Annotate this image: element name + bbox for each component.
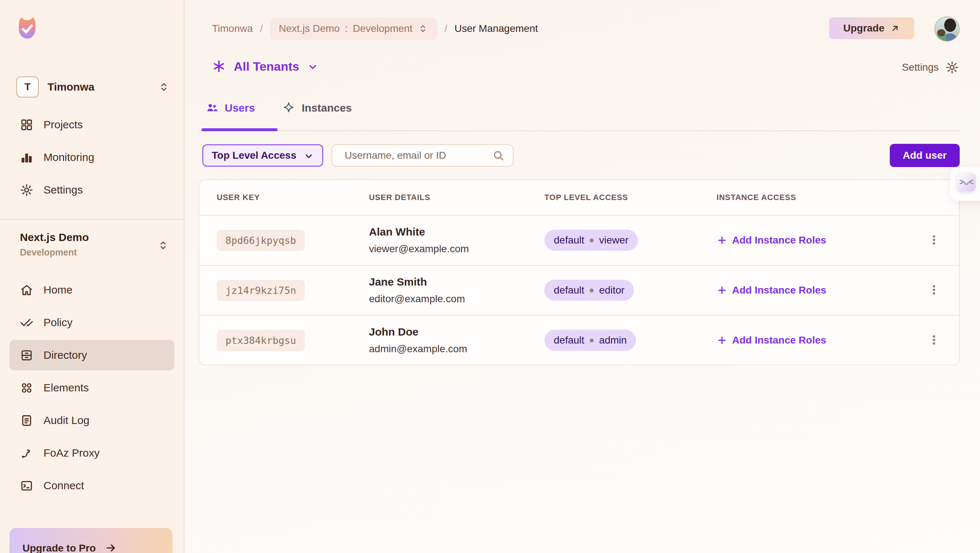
bar-chart-icon — [20, 151, 33, 164]
sidebar-item-foaz-proxy[interactable]: FoAz Proxy — [10, 438, 174, 468]
badge-tenant: default — [554, 234, 584, 246]
users-icon — [205, 102, 218, 114]
breadcrumb-page: User Management — [455, 23, 538, 35]
tab-instances[interactable]: Instances — [282, 102, 352, 114]
sidebar-item-elements[interactable]: Elements — [10, 372, 174, 403]
upgrade-to-pro-button[interactable]: Upgrade to Pro — [10, 528, 172, 553]
user-name: Jane Smith — [369, 276, 544, 288]
chevrons-updown-icon — [417, 23, 428, 34]
top-level-access-badge[interactable]: default admin — [544, 330, 636, 351]
breadcrumb-separator: / — [444, 23, 447, 35]
table-row: ptx384krbgsu John Doe admin@example.com … — [199, 315, 959, 365]
search-input[interactable] — [332, 144, 514, 167]
toolbar: Top Level Access Add user — [202, 143, 960, 167]
badge-role: viewer — [599, 234, 628, 246]
top-level-access-filter[interactable]: Top Level Access — [202, 144, 323, 167]
add-instance-roles-button[interactable]: Add Instance Roles — [716, 284, 826, 296]
badge-dot — [590, 238, 593, 242]
archive-icon — [20, 349, 33, 362]
top-level-access-badge[interactable]: default viewer — [544, 230, 638, 251]
sidebar-item-audit-log[interactable]: Audit Log — [10, 405, 174, 435]
sidebar-item-connect[interactable]: Connect — [10, 470, 174, 501]
tenant-selector-label: All Tenants — [234, 59, 299, 73]
row-actions-menu-button[interactable] — [923, 327, 945, 353]
badge-tenant: default — [554, 284, 584, 296]
column-header-user-key: USER KEY — [217, 193, 369, 202]
workspace-name: Timonwa — [48, 81, 94, 93]
add-instance-roles-button[interactable]: Add Instance Roles — [716, 234, 826, 246]
user-key-pill[interactable]: 8pd66jkpyqsb — [217, 230, 305, 251]
badge-tenant: default — [554, 334, 584, 346]
floating-widget-panel: >ᴗ< — [950, 167, 980, 201]
table-row: jz14r9kzi75n Jane Smith editor@example.c… — [199, 265, 959, 315]
search-field-wrap — [332, 144, 514, 167]
gear-icon — [20, 183, 33, 197]
upgrade-button[interactable]: Upgrade — [829, 17, 914, 39]
sidebar-item-monitoring[interactable]: Monitoring — [10, 142, 174, 173]
settings-label: Settings — [902, 62, 939, 73]
user-avatar[interactable] — [934, 16, 960, 42]
breadcrumb: Timonwa / Next.js Demo : Development / U… — [212, 17, 538, 40]
row-actions-menu-button[interactable] — [923, 227, 945, 253]
search-icon — [492, 149, 505, 162]
user-name: John Doe — [369, 326, 544, 338]
top-level-access-badge[interactable]: default editor — [544, 280, 634, 301]
sparkle-icon — [282, 102, 295, 114]
sidebar-item-policy[interactable]: Policy — [10, 307, 174, 338]
kebab-icon — [928, 283, 940, 296]
sidebar-project-nav: Home Policy Directory Elements Audit Log… — [0, 273, 184, 503]
column-header-user-details: USER DETAILS — [369, 193, 544, 202]
sidebar-item-directory[interactable]: Directory — [10, 340, 174, 370]
chevrons-updown-icon — [157, 239, 169, 251]
add-user-button[interactable]: Add user — [890, 144, 960, 167]
add-instance-roles-button[interactable]: Add Instance Roles — [716, 334, 826, 346]
plus-icon — [716, 235, 727, 246]
workspace-selector[interactable]: T Timonwa — [16, 75, 170, 99]
user-key: ptx384krbgsu — [226, 335, 296, 346]
settings-link[interactable]: Settings — [902, 59, 959, 75]
plus-icon — [716, 335, 727, 346]
user-key: jz14r9kzi75n — [226, 285, 296, 296]
column-header-top-level-access: TOP LEVEL ACCESS — [544, 193, 716, 202]
column-header-instance-access: INSTANCE ACCESS — [716, 193, 923, 202]
sidebar-item-settings[interactable]: Settings — [10, 175, 174, 205]
sidebar-item-home[interactable]: Home — [10, 275, 174, 305]
sidebar-item-projects[interactable]: Projects — [10, 110, 174, 140]
arrow-right-icon — [105, 542, 117, 553]
badge-dot — [590, 288, 593, 292]
gear-icon — [945, 60, 959, 74]
route-icon — [20, 447, 33, 460]
row-actions-menu-button[interactable] — [923, 277, 945, 304]
app-root: T Timonwa Projects Monitoring Settings N… — [0, 0, 980, 553]
asterisk-icon — [212, 59, 226, 73]
sidebar-top-nav: Projects Monitoring Settings — [0, 107, 184, 207]
project-selector[interactable]: Next.js Demo Development — [20, 231, 171, 257]
tab-users[interactable]: Users — [205, 102, 255, 114]
badge-role: editor — [599, 284, 624, 296]
upgrade-to-pro-label: Upgrade to Pro — [22, 542, 96, 553]
widget-face-button[interactable]: >ᴗ< — [957, 173, 976, 191]
user-email: viewer@example.com — [369, 243, 544, 255]
badge-dot — [590, 338, 593, 342]
circles-icon — [20, 381, 33, 395]
user-key-pill[interactable]: ptx384krbgsu — [217, 330, 305, 351]
kebab-icon — [928, 234, 940, 246]
breadcrumb-workspace[interactable]: Timonwa — [212, 23, 253, 35]
breadcrumb-colon: : — [345, 23, 348, 35]
user-key-pill[interactable]: jz14r9kzi75n — [217, 280, 305, 301]
arrow-up-right-icon — [890, 24, 900, 33]
table-header-row: USER KEYUSER DETAILSTOP LEVEL ACCESSINST… — [199, 180, 959, 215]
badge-role: admin — [599, 334, 627, 346]
tabs-divider — [199, 130, 960, 131]
tenant-selector[interactable]: All Tenants — [212, 57, 318, 75]
workspace-avatar: T — [16, 76, 39, 97]
sidebar-collapse-button[interactable] — [144, 19, 161, 36]
user-key: 8pd66jkpyqsb — [226, 235, 296, 246]
breadcrumb-project: Next.js Demo — [279, 23, 340, 35]
user-email: editor@example.com — [369, 293, 544, 305]
file-text-icon — [20, 414, 33, 427]
terminal-icon — [20, 479, 33, 493]
sidebar-divider — [0, 219, 184, 219]
user-email: admin@example.com — [369, 343, 544, 355]
breadcrumb-project-env-selector[interactable]: Next.js Demo : Development — [270, 17, 437, 40]
